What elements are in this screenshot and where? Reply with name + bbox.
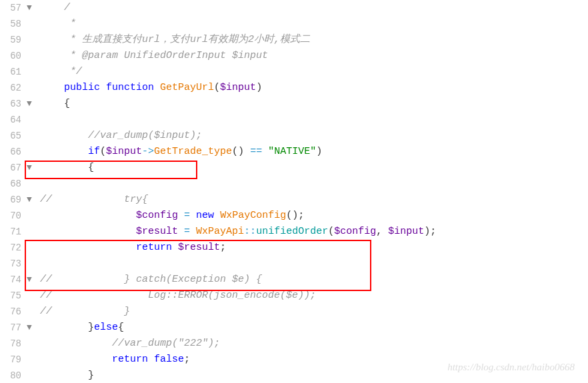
code-content[interactable]: // } catch(Exception $e) {	[40, 272, 588, 288]
fold-marker-icon[interactable]: ▼	[27, 321, 40, 335]
code-line[interactable]: 60 * @param UnifiedOrderInput $input	[0, 48, 588, 64]
line-number: 59	[0, 33, 27, 47]
line-number: 65	[0, 129, 27, 143]
code-content[interactable]: // }	[40, 304, 588, 320]
code-content[interactable]: $result = WxPayApi::unifiedOrder($config…	[40, 224, 588, 240]
code-line[interactable]: 75// Log::ERROR(json_encode($e));	[0, 288, 588, 304]
line-number: 71	[0, 224, 27, 239]
watermark: https://blog.csdn.net/haibo0668	[447, 359, 575, 375]
code-content[interactable]: }else{	[40, 320, 588, 336]
code-line[interactable]: 57▼ /	[0, 0, 588, 16]
code-line[interactable]: 78 //var_dump("222");	[0, 336, 588, 352]
code-line[interactable]: 68	[0, 176, 588, 192]
line-number: 76	[0, 304, 27, 319]
fold-marker-icon[interactable]: ▼	[27, 97, 40, 111]
line-number: 69	[0, 192, 27, 207]
code-line[interactable]: 72 return $result;	[0, 240, 588, 256]
code-line[interactable]: 59 * 生成直接支付url，支付url有效期为2小时,模式二	[0, 32, 588, 48]
line-number: 62	[0, 81, 27, 95]
code-line[interactable]: 61 */	[0, 64, 588, 80]
line-number: 80	[0, 368, 27, 383]
line-number: 68	[0, 177, 27, 191]
code-content[interactable]: //var_dump("222");	[40, 336, 588, 352]
code-content[interactable]: {	[40, 96, 588, 112]
code-editor[interactable]: 57▼ /58 *59 * 生成直接支付url，支付url有效期为2小时,模式二…	[0, 0, 588, 383]
line-number: 74	[0, 272, 27, 287]
line-number: 66	[0, 145, 27, 159]
line-number: 61	[0, 65, 27, 79]
code-content[interactable]: * 生成直接支付url，支付url有效期为2小时,模式二	[40, 32, 588, 48]
code-line[interactable]: 62 public function GetPayUrl($input)	[0, 80, 588, 96]
code-line[interactable]: 66 if($input->GetTrade_type() == "NATIVE…	[0, 144, 588, 160]
line-number: 77	[0, 320, 27, 335]
line-number: 67	[0, 161, 27, 175]
line-number: 64	[0, 113, 27, 127]
code-content[interactable]: $config = new WxPayConfig();	[40, 208, 588, 224]
code-line[interactable]: 58 *	[0, 16, 588, 32]
code-content[interactable]: // try{	[40, 192, 588, 208]
line-number: 79	[0, 352, 27, 367]
code-line[interactable]: 74▼// } catch(Exception $e) {	[0, 272, 588, 288]
line-number: 57	[0, 1, 27, 15]
code-content[interactable]: public function GetPayUrl($input)	[40, 80, 588, 96]
code-content[interactable]: * @param UnifiedOrderInput $input	[40, 48, 588, 64]
code-line[interactable]: 77▼ }else{	[0, 320, 588, 336]
code-line[interactable]: 65 //var_dump($input);	[0, 128, 588, 144]
fold-marker-icon[interactable]: ▼	[27, 193, 40, 207]
code-content[interactable]: /	[40, 0, 588, 16]
line-number: 70	[0, 208, 27, 223]
code-line[interactable]: 73	[0, 256, 588, 272]
code-content[interactable]: return $result;	[40, 240, 588, 256]
code-content[interactable]: */	[40, 64, 588, 80]
fold-marker-icon[interactable]: ▼	[27, 1, 40, 15]
line-number: 63	[0, 97, 27, 111]
fold-marker-icon[interactable]: ▼	[27, 273, 40, 287]
code-line[interactable]: 76// }	[0, 304, 588, 320]
line-number: 73	[0, 256, 27, 271]
line-number: 78	[0, 336, 27, 351]
line-number: 72	[0, 240, 27, 255]
fold-marker-icon[interactable]: ▼	[27, 161, 40, 175]
code-line[interactable]: 70 $config = new WxPayConfig();	[0, 208, 588, 224]
code-line[interactable]: 69▼// try{	[0, 192, 588, 208]
line-number: 75	[0, 288, 27, 303]
code-line[interactable]: 71 $result = WxPayApi::unifiedOrder($con…	[0, 224, 588, 240]
code-content[interactable]: *	[40, 16, 588, 32]
code-content[interactable]: {	[40, 160, 588, 176]
line-number: 60	[0, 49, 27, 63]
code-line[interactable]: 64	[0, 112, 588, 128]
code-line[interactable]: 63▼ {	[0, 96, 588, 112]
code-content[interactable]: //var_dump($input);	[40, 128, 588, 144]
line-number: 58	[0, 17, 27, 31]
code-content[interactable]: if($input->GetTrade_type() == "NATIVE")	[40, 144, 588, 160]
code-content[interactable]: // Log::ERROR(json_encode($e));	[40, 288, 588, 304]
code-line[interactable]: 67▼ {	[0, 160, 588, 176]
